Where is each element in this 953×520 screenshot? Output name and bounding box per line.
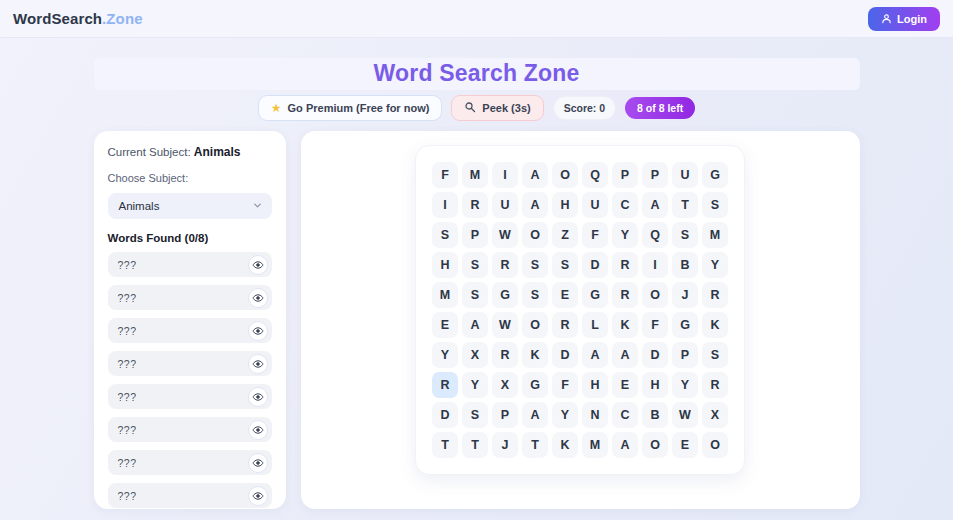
- grid-cell[interactable]: D: [552, 342, 578, 368]
- grid-cell[interactable]: Q: [642, 222, 668, 248]
- grid-cell[interactable]: A: [522, 192, 548, 218]
- grid-cell[interactable]: R: [612, 282, 638, 308]
- grid-cell[interactable]: G: [492, 282, 518, 308]
- grid-cell[interactable]: S: [672, 222, 698, 248]
- grid-cell[interactable]: P: [612, 162, 638, 188]
- grid-cell[interactable]: S: [522, 252, 548, 278]
- grid-cell[interactable]: I: [492, 162, 518, 188]
- grid-cell[interactable]: S: [552, 252, 578, 278]
- grid-cell[interactable]: G: [702, 162, 728, 188]
- grid-cell[interactable]: H: [582, 372, 608, 398]
- grid-cell[interactable]: F: [642, 312, 668, 338]
- peek-button[interactable]: Peek (3s): [451, 95, 543, 121]
- grid-cell[interactable]: E: [672, 432, 698, 458]
- grid-cell[interactable]: M: [582, 432, 608, 458]
- reveal-word-button[interactable]: [248, 420, 268, 440]
- reveal-word-button[interactable]: [248, 486, 268, 506]
- grid-cell[interactable]: R: [702, 282, 728, 308]
- grid-cell[interactable]: Y: [612, 222, 638, 248]
- grid-cell[interactable]: S: [702, 192, 728, 218]
- grid-cell[interactable]: S: [462, 252, 488, 278]
- grid-cell[interactable]: P: [642, 162, 668, 188]
- grid-cell[interactable]: S: [462, 402, 488, 428]
- grid-cell[interactable]: G: [582, 282, 608, 308]
- grid-cell[interactable]: O: [642, 432, 668, 458]
- grid-cell[interactable]: R: [492, 252, 518, 278]
- grid-cell[interactable]: W: [492, 222, 518, 248]
- grid-cell[interactable]: B: [642, 402, 668, 428]
- grid-cell[interactable]: S: [522, 282, 548, 308]
- grid-cell[interactable]: L: [582, 312, 608, 338]
- go-premium-button[interactable]: ★ Go Premium (Free for now): [258, 95, 443, 121]
- grid-cell[interactable]: X: [702, 402, 728, 428]
- grid-cell[interactable]: S: [432, 222, 458, 248]
- grid-cell[interactable]: R: [612, 252, 638, 278]
- grid-cell[interactable]: E: [432, 312, 458, 338]
- grid-cell[interactable]: I: [432, 192, 458, 218]
- grid-cell[interactable]: U: [492, 192, 518, 218]
- grid-cell[interactable]: U: [672, 162, 698, 188]
- grid-cell[interactable]: O: [642, 282, 668, 308]
- grid-cell[interactable]: R: [702, 372, 728, 398]
- grid-cell[interactable]: G: [522, 372, 548, 398]
- grid-cell[interactable]: D: [582, 252, 608, 278]
- grid-cell[interactable]: A: [462, 312, 488, 338]
- grid-cell[interactable]: X: [462, 342, 488, 368]
- grid-cell[interactable]: X: [492, 372, 518, 398]
- grid-cell[interactable]: Y: [552, 402, 578, 428]
- grid-cell[interactable]: R: [552, 312, 578, 338]
- grid-cell[interactable]: Z: [552, 222, 578, 248]
- grid-cell[interactable]: S: [702, 342, 728, 368]
- grid-cell[interactable]: W: [492, 312, 518, 338]
- grid-cell[interactable]: A: [522, 162, 548, 188]
- subject-select[interactable]: Animals: [108, 193, 272, 219]
- grid-cell[interactable]: Y: [432, 342, 458, 368]
- grid-cell[interactable]: H: [432, 252, 458, 278]
- grid-cell[interactable]: M: [432, 282, 458, 308]
- grid-cell[interactable]: J: [672, 282, 698, 308]
- grid-cell[interactable]: O: [522, 312, 548, 338]
- grid-cell[interactable]: H: [642, 372, 668, 398]
- grid-cell[interactable]: W: [672, 402, 698, 428]
- grid-cell[interactable]: K: [702, 312, 728, 338]
- grid-cell[interactable]: C: [612, 402, 638, 428]
- grid-cell[interactable]: Y: [702, 252, 728, 278]
- grid-cell[interactable]: O: [522, 222, 548, 248]
- grid-cell[interactable]: D: [642, 342, 668, 368]
- grid-cell[interactable]: F: [582, 222, 608, 248]
- grid-cell[interactable]: T: [432, 432, 458, 458]
- grid-cell[interactable]: B: [672, 252, 698, 278]
- grid-cell[interactable]: K: [552, 432, 578, 458]
- grid-cell[interactable]: D: [432, 402, 458, 428]
- grid-cell[interactable]: A: [642, 192, 668, 218]
- grid-cell[interactable]: M: [462, 162, 488, 188]
- grid-cell[interactable]: Q: [582, 162, 608, 188]
- grid-cell[interactable]: P: [492, 402, 518, 428]
- grid-cell[interactable]: R: [492, 342, 518, 368]
- grid-cell[interactable]: F: [432, 162, 458, 188]
- grid-cell[interactable]: K: [522, 342, 548, 368]
- grid-cell[interactable]: I: [642, 252, 668, 278]
- grid-cell[interactable]: A: [582, 342, 608, 368]
- grid-cell[interactable]: S: [462, 282, 488, 308]
- grid-cell[interactable]: J: [492, 432, 518, 458]
- grid-cell[interactable]: A: [612, 342, 638, 368]
- grid-cell[interactable]: P: [462, 222, 488, 248]
- grid-cell[interactable]: T: [672, 192, 698, 218]
- grid-cell[interactable]: E: [612, 372, 638, 398]
- grid-cell[interactable]: U: [582, 192, 608, 218]
- reveal-word-button[interactable]: [248, 387, 268, 407]
- grid-cell[interactable]: R: [432, 372, 458, 398]
- grid-cell[interactable]: Y: [672, 372, 698, 398]
- grid-cell[interactable]: N: [582, 402, 608, 428]
- logo[interactable]: WordSearch.Zone: [13, 10, 143, 27]
- reveal-word-button[interactable]: [248, 288, 268, 308]
- grid-cell[interactable]: T: [462, 432, 488, 458]
- reveal-word-button[interactable]: [248, 255, 268, 275]
- grid-cell[interactable]: Y: [462, 372, 488, 398]
- grid-cell[interactable]: A: [612, 432, 638, 458]
- grid-cell[interactable]: K: [612, 312, 638, 338]
- grid-cell[interactable]: H: [552, 192, 578, 218]
- reveal-word-button[interactable]: [248, 321, 268, 341]
- reveal-word-button[interactable]: [248, 453, 268, 473]
